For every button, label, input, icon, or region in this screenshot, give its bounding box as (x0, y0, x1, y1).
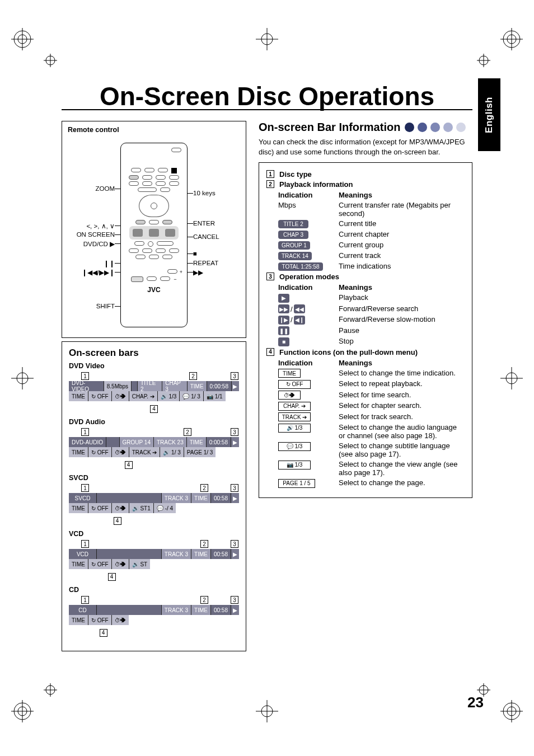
manual-page: English On-Screen Disc Operations Remote… (0, 0, 534, 756)
col-meanings: Meanings (339, 283, 465, 292)
marker-2: 2 (189, 372, 197, 380)
disc-heading: SVCD (69, 474, 239, 482)
mean-fn-track: Select for track search. (339, 412, 465, 421)
pill-title: TITLE 2 (278, 220, 308, 228)
mean-fn-repeat: Select to repeat playback. (339, 379, 465, 388)
bar-dvd-audio-top: DVD-AUDIO GROUP 14 TRACK 23 TIME 0:00:58… (69, 437, 239, 447)
mean-total: Time indications (339, 262, 465, 270)
label-ten-keys: 10 keys (193, 190, 240, 196)
play-arrow-icon: ▶ (231, 493, 239, 503)
col-indication: Indication (278, 359, 334, 367)
transport-block-icon (129, 226, 179, 240)
intro-paragraph: You can check the disc information (exce… (259, 137, 472, 157)
rbox-audio: 🔊 1/3 (278, 424, 311, 433)
play-arrow-icon: ▶ (231, 437, 239, 447)
fwd-search-icon: ▶▶ (278, 304, 289, 313)
rbox-clock: ⏱➔ (278, 391, 301, 400)
marker-2: 2 (184, 428, 191, 436)
bar-cd-top: CD TRACK 3 TIME 00:58 ▶ (69, 605, 239, 615)
marker-1: 1 (81, 596, 89, 604)
crop-mark-icon (11, 700, 34, 722)
label-prevnext: ❙◀◀/▶▶❙ (68, 269, 115, 276)
crop-mark-icon (500, 28, 523, 50)
marker-1: 1 (266, 170, 274, 178)
info-box: 1Disc type 2Playback information Indicat… (259, 162, 472, 498)
mean-fn-angle: Select to change the view angle (see als… (339, 460, 465, 477)
marker-3: 3 (231, 484, 238, 492)
mean-fn-page: Select to change the page. (339, 478, 465, 487)
col-meanings: Meanings (339, 191, 465, 199)
marker-1: 1 (81, 372, 89, 380)
marker-1: 1 (81, 484, 89, 492)
marker-2: 2 (200, 596, 208, 604)
marker-4: 4 (100, 629, 107, 637)
mean-track: Current track (339, 251, 465, 260)
pill-total: TOTAL 1:25:58 (278, 262, 323, 271)
section-heading: On-screen Bar Information (259, 121, 472, 134)
crop-mark-icon (256, 28, 278, 50)
align-target-icon (472, 49, 495, 72)
marker-2: 2 (200, 484, 208, 492)
marker-3: 3 (231, 428, 238, 436)
label-ff: ▶▶ (193, 269, 240, 276)
marker-4: 4 (266, 348, 274, 356)
mean-search: Forward/Reverse search (339, 304, 465, 313)
s1-title: Disc type (279, 170, 312, 179)
align-target-icon (39, 679, 62, 701)
disc-heading: DVD Video (69, 362, 239, 370)
rbox-time: TIME (278, 369, 301, 378)
crop-mark-icon (500, 367, 523, 389)
mean-slow: Forward/Reverse slow-motion (339, 315, 465, 323)
rev-slow-icon: ◀❙ (294, 316, 305, 325)
col-indication: Indication (278, 191, 334, 199)
remote-panel: Remote control ZOOM <, >, ∧, ∨ ON SCREEN… (62, 121, 246, 338)
mean-fn-sub: Select to change subtitle language (see … (339, 442, 465, 458)
marker-3: 3 (231, 596, 238, 604)
page-title: On-Screen Disc Operations (62, 81, 472, 111)
mean-fn-audio: Select to change the audio language or c… (339, 423, 465, 440)
marker-2: 2 (200, 540, 208, 548)
pause-icon: ❚❚ (278, 326, 289, 335)
mean-fn-clock: Select for time search. (339, 391, 465, 399)
remote-body: + − JVC (120, 143, 188, 327)
play-arrow-icon: ▶ (231, 605, 239, 615)
language-tab: English (478, 78, 500, 151)
stop-icon: ■ (278, 337, 289, 346)
mean-fn-time: Select to change the time indication. (339, 369, 465, 377)
mean-fn-chap: Select for chapter search. (339, 401, 465, 410)
mean-stop: Stop (339, 337, 465, 345)
crop-mark-icon (500, 700, 523, 722)
bar-svcd-bottom: TIME ↻ OFF ⏱➔ 🔊 ST1 💬 -/ 4 (69, 503, 239, 513)
rbox-chap: CHAP. ➔ (278, 402, 311, 411)
pill-track: TRACK 14 (278, 252, 312, 260)
bar-dvd-video-bottom: TIME ↻ OFF ⏱➔ CHAP. ➔ 🔊 1/3 💬 1/ 3 📷 1/1 (69, 391, 239, 401)
marker-3: 3 (231, 540, 238, 548)
mean-title: Current title (339, 219, 465, 228)
mean-play: Playback (339, 293, 465, 302)
label-cancel: CANCEL (193, 233, 240, 240)
marker-1: 1 (81, 540, 89, 548)
marker-4: 4 (108, 573, 116, 581)
language-tab-label: English (484, 97, 495, 133)
pill-group: GROUP 1 (278, 241, 310, 250)
label-onscreen: ON SCREEN (68, 231, 115, 238)
section-title: On-screen Bar Information (259, 121, 400, 134)
marker-4: 4 (150, 405, 158, 413)
rev-search-icon: ◀◀ (294, 304, 305, 313)
bar-vcd-top: VCD TRACK 3 TIME 00:58 ▶ (69, 549, 239, 559)
onscreen-bars-panel: On-screen bars DVD Video 123 DVD-VIDEO 8… (62, 341, 246, 651)
label-shift: SHIFT (68, 303, 115, 309)
disc-heading: CD (69, 586, 239, 594)
marker-4: 4 (114, 517, 121, 525)
rbox-page: PAGE 1 / 5 (278, 479, 315, 488)
label-enter: ENTER (193, 220, 240, 227)
title-underline (62, 109, 472, 110)
fwd-slow-icon: ❙▶ (278, 316, 289, 325)
brand-label: JVC (147, 286, 160, 294)
align-target-icon (39, 49, 62, 72)
bar-vcd-bottom: TIME ↻ OFF ⏱➔ 🔊 ST (69, 559, 239, 569)
disc-heading: DVD Audio (69, 418, 239, 426)
label-repeat: REPEAT (193, 260, 240, 266)
marker-3: 3 (231, 372, 238, 380)
s2-title: Playback information (279, 180, 353, 189)
